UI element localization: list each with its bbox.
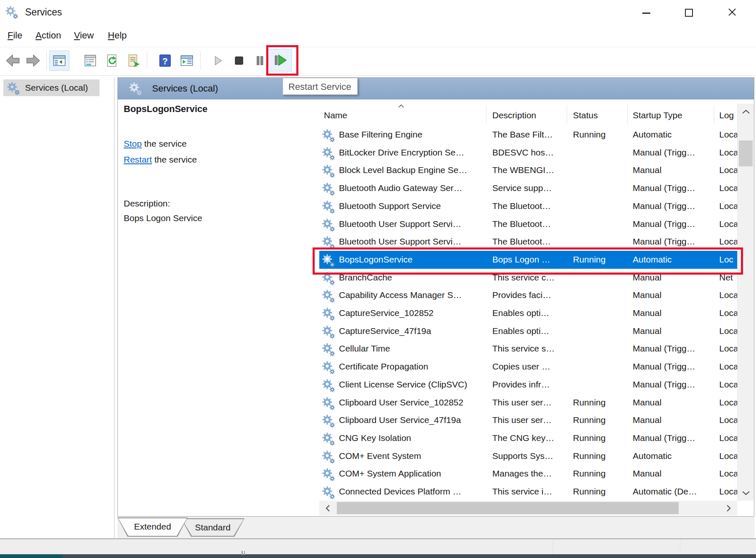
back-button[interactable] (3, 51, 23, 71)
chevron-down-icon (742, 490, 750, 495)
vertical-scrollbar-thumb[interactable] (739, 140, 753, 166)
vertical-scrollbar[interactable] (737, 104, 754, 501)
service-description-cell: Manages the… (486, 465, 567, 483)
table-row[interactable]: Bluetooth User Support Servi…The Bluetoo… (319, 215, 737, 233)
service-description-cell: Supports Sys… (486, 447, 567, 465)
column-header-log-on-as[interactable]: Log (719, 110, 734, 120)
stop-service-button[interactable] (229, 51, 249, 71)
service-name: Base Filtering Engine (339, 130, 423, 139)
maximize-button[interactable] (677, 0, 700, 23)
tab-extended[interactable]: Extended (117, 517, 188, 537)
table-row[interactable]: Certificate PropagationCopies user …Manu… (319, 358, 737, 376)
table-row[interactable]: Bluetooth Audio Gateway Ser…Service supp… (319, 179, 737, 197)
table-row[interactable]: BitLocker Drive Encryption Se…BDESVC hos… (319, 144, 737, 162)
restart-service-button[interactable] (269, 49, 292, 71)
table-row[interactable]: CaptureService_102852Enables opti…Manual… (319, 304, 737, 322)
service-description-cell: This service c… (486, 269, 567, 287)
tree-item-services-local[interactable]: Services (Local) (3, 79, 99, 96)
column-separator[interactable] (486, 105, 486, 124)
table-row[interactable]: Connected Devices Platform …This service… (319, 483, 737, 501)
table-row[interactable]: CNG Key IsolationThe CNG key…RunningManu… (319, 429, 737, 447)
tab-standard[interactable]: Standard (181, 518, 244, 537)
service-name-cell: Connected Devices Platform … (319, 483, 486, 501)
service-startup-type-cell: Manual (627, 304, 714, 322)
scroll-right-button[interactable] (720, 501, 737, 515)
service-gear-icon (322, 182, 334, 195)
service-gear-icon (322, 147, 334, 159)
service-startup-type-cell: Manual (627, 269, 714, 287)
chevron-right-icon (726, 504, 731, 512)
refresh-icon (105, 54, 119, 68)
help-button[interactable]: ? (155, 51, 175, 71)
service-gear-icon (322, 236, 334, 248)
horizontal-scrollbar-thumb[interactable] (337, 502, 679, 514)
service-description-cell: The Bluetoot… (486, 197, 567, 215)
menu-help[interactable]: Help (108, 30, 127, 41)
properties-button[interactable] (80, 51, 100, 71)
column-header-startup-type[interactable]: Startup Type (633, 110, 682, 120)
table-row[interactable]: Cellular TimeThis service s…Manual (Trig… (319, 340, 737, 358)
column-separator[interactable] (627, 105, 628, 124)
restart-service-link[interactable]: Restart (124, 155, 152, 164)
toolbar: ? (0, 47, 756, 76)
menu-view[interactable]: View (74, 30, 94, 41)
service-name: CNG Key Isolation (339, 433, 411, 443)
column-header-description[interactable]: Description (492, 110, 536, 120)
service-status-cell (567, 322, 627, 340)
show-console-tree-button[interactable] (49, 51, 69, 71)
close-button[interactable] (720, 0, 744, 23)
scroll-down-button[interactable] (738, 485, 754, 501)
table-row[interactable]: BopsLogonServiceBops Logon …RunningAutom… (319, 251, 737, 269)
table-row[interactable]: Clipboard User Service_47f19aThis user s… (319, 411, 737, 429)
table-row[interactable]: Base Filtering EngineThe Base Filt…Runni… (319, 126, 737, 144)
service-name-cell: COM+ System Application (319, 465, 486, 483)
scroll-up-button[interactable] (738, 104, 754, 120)
show-action-pane-button[interactable] (177, 51, 197, 71)
table-row[interactable]: Capability Access Manager S…Provides fac… (319, 286, 737, 304)
table-row[interactable]: Clipboard User Service_102852This user s… (319, 394, 737, 412)
menu-action[interactable]: Action (36, 30, 61, 41)
service-name-cell: Bluetooth Audio Gateway Ser… (319, 179, 486, 197)
service-log-on-as-cell: Loca (714, 197, 737, 215)
service-status-cell: Running (567, 394, 627, 412)
svg-text:?: ? (163, 56, 168, 66)
service-gear-icon (322, 397, 334, 409)
service-name-cell: Bluetooth User Support Servi… (319, 233, 486, 251)
service-name: Clipboard User Service_47f19a (339, 415, 461, 425)
service-status-cell: Running (567, 429, 627, 447)
table-row[interactable]: Bluetooth User Support Servi…The Bluetoo… (319, 233, 737, 251)
refresh-button[interactable] (102, 51, 122, 71)
service-status-cell (567, 144, 627, 162)
export-list-button[interactable] (124, 51, 144, 71)
table-row[interactable]: Client License Service (ClipSVC)Provides… (319, 376, 737, 394)
column-header-name[interactable]: Name (324, 110, 347, 120)
column-header-status[interactable]: Status (573, 110, 598, 120)
table-row[interactable]: Bluetooth Support ServiceThe Bluetoot…Ma… (319, 197, 737, 215)
stop-service-link[interactable]: Stop (124, 139, 142, 148)
minimize-button[interactable] (634, 0, 658, 23)
column-separator[interactable] (567, 105, 567, 124)
table-row[interactable]: COM+ System ApplicationManages the…Runni… (319, 465, 737, 483)
scroll-left-button[interactable] (319, 501, 336, 515)
service-log-on-as-cell: Loca (714, 322, 737, 340)
start-service-button[interactable] (207, 51, 227, 71)
column-separator[interactable] (714, 105, 714, 124)
help-icon: ? (158, 54, 172, 68)
toolbar-separator (200, 51, 201, 70)
table-row[interactable]: CaptureService_47f19aEnables opti…Manual… (319, 322, 737, 340)
horizontal-scrollbar[interactable] (319, 501, 737, 515)
table-row[interactable]: BranchCacheThis service c…ManualNet (319, 269, 737, 287)
maximize-icon (685, 9, 693, 17)
table-row[interactable]: COM+ Event SystemSupports Sys…RunningAut… (319, 447, 737, 465)
forward-button[interactable] (23, 51, 43, 71)
menu-file[interactable]: File (8, 30, 22, 41)
service-status-cell (567, 358, 627, 376)
service-log-on-as-cell: Loca (714, 304, 737, 322)
service-name-cell: BitLocker Drive Encryption Se… (319, 144, 486, 162)
toolbar-separator (147, 51, 147, 70)
stop-service-suffix: the service (142, 139, 186, 148)
service-gear-icon (322, 486, 334, 498)
pause-icon (253, 54, 267, 67)
table-row[interactable]: Block Level Backup Engine Se…The WBENGI…… (319, 161, 737, 179)
pause-service-button[interactable] (250, 51, 270, 71)
